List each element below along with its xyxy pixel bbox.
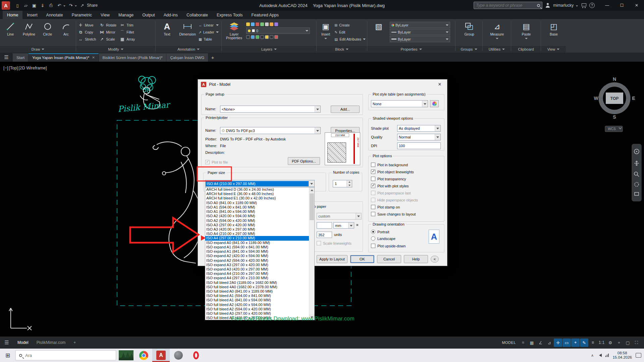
scale-numerator-field[interactable] <box>317 222 332 229</box>
snap-mode-icon[interactable]: ▦ <box>528 339 536 347</box>
upside-down-row[interactable]: Plot upside-down <box>371 242 406 249</box>
compass-west[interactable]: W <box>594 96 598 101</box>
ribbon-tab-view[interactable]: View <box>96 11 114 19</box>
paper-size-option[interactable]: ISO A0 (841.00 x 1189.00 MM) <box>205 201 314 205</box>
paper-size-option[interactable]: ISO A1 (841.00 x 594.00 MM) <box>205 209 314 214</box>
edit-plot-style-button[interactable] <box>430 100 439 107</box>
scale-tool[interactable]: ↗Scale <box>99 36 116 43</box>
plot-option-save-changes-to-layout[interactable]: Save changes to layout <box>371 210 442 218</box>
landscape-radio-row[interactable]: Landscape <box>371 235 395 242</box>
plot-option-plot-stamp-on[interactable]: Plot stamp on <box>371 203 442 210</box>
clean-screen-icon[interactable]: ⛶ <box>632 339 641 347</box>
layer-state-icon[interactable] <box>260 22 264 26</box>
paper-size-option[interactable]: ISO expand A1 (594.00 x 841.00 MM) <box>205 245 314 249</box>
paper-size-option[interactable]: ISO expand A2 (420.00 x 594.00 MM) <box>205 254 314 258</box>
paper-size-option[interactable]: ISO full bleed 2A0 (1189.00 x 1682.00 MM… <box>205 281 314 285</box>
volume-icon[interactable] <box>597 354 602 357</box>
help-search-input[interactable] <box>476 3 535 8</box>
layer-select-combo[interactable]: 0 <box>246 27 310 34</box>
paper-size-option[interactable]: ISO expand A1 (841.00 x 594.00 MM) <box>205 249 314 254</box>
grid-icon[interactable]: ⌗ <box>519 339 527 347</box>
username[interactable]: mimarlucky <box>553 3 574 8</box>
file-tab[interactable]: Start <box>13 53 28 62</box>
match-properties-tool[interactable]: ▧ <box>369 20 388 32</box>
model-space-indicator[interactable]: MODEL <box>502 341 516 345</box>
paper-size-option[interactable]: ISO A2 (420.00 x 594.00 MM) <box>205 214 314 218</box>
panel-label-properties[interactable]: Properties <box>367 46 455 53</box>
paper-size-option[interactable]: ISO full bleed A1 (594.00 x 841.00 MM) <box>205 294 314 298</box>
insert-block-tool[interactable]: ▣ Insert <box>319 20 333 41</box>
ok-button[interactable]: OK <box>350 255 374 263</box>
measure-tool[interactable]: ⊿ Measure <box>488 20 506 41</box>
isodraft-icon[interactable]: ⊿ <box>545 339 553 347</box>
paper-size-option[interactable]: ISO A3 (297.00 x 420.00 MM) <box>205 223 314 227</box>
viewport-style-control[interactable]: [2D Wireframe] <box>18 66 47 70</box>
copies-spinner[interactable]: 1 <box>333 180 352 187</box>
help-icon[interactable]: ? <box>589 3 595 8</box>
redo-icon[interactable]: ↷ <box>67 1 74 9</box>
paper-size-option[interactable]: ISO full bleed A2 (594.00 x 420.00 MM) <box>205 307 314 311</box>
layout-tab[interactable]: PislikMimar.com <box>33 337 70 349</box>
panel-label-draw[interactable]: Draw <box>0 46 76 53</box>
ribbon-tab-collaborate[interactable]: Collaborate <box>182 11 212 19</box>
ribbon-tab-express-tools[interactable]: Express Tools <box>212 11 247 19</box>
paper-size-option[interactable]: ISO full bleed 4A0 (1682.00 x 2378.00 MM… <box>205 285 314 289</box>
dynamic-input-icon[interactable]: ✎ <box>580 339 588 347</box>
polar-tracking-icon[interactable]: ∠ <box>536 339 545 347</box>
help-button[interactable]: Help <box>404 255 428 263</box>
dialog-close-icon[interactable]: ✕ <box>435 82 444 87</box>
paper-size-option[interactable]: ISO expand A0 (841.00 x 1189.00 MM) <box>205 241 314 245</box>
panel-label-modify[interactable]: Modify <box>76 46 155 53</box>
panel-label-layers[interactable]: Layers <box>222 46 316 53</box>
paper-size-option[interactable]: ISO A4 (297.00 x 210.00 MM) <box>205 236 314 240</box>
paper-size-option[interactable]: ISO full bleed A2 (420.00 x 594.00 MM) <box>205 303 314 307</box>
layer-tool-icon[interactable] <box>265 35 269 39</box>
app-store-cart-icon[interactable] <box>582 3 586 6</box>
app-menu-button[interactable]: A <box>2 1 10 10</box>
compass-north[interactable]: N <box>613 76 616 82</box>
paper-size-option[interactable]: ARCH full bleed D (36.00 x 24.00 Inches) <box>205 187 314 192</box>
group-tool[interactable]: Group <box>460 20 479 36</box>
layer-state-icon[interactable] <box>274 22 278 26</box>
page-setup-name-combo[interactable]: <None> <box>220 106 321 113</box>
layer-properties-tool[interactable]: Layer Properties <box>224 20 245 40</box>
wcs-selector[interactable]: WCS <box>605 126 623 132</box>
array-tool[interactable]: ▦Array <box>120 36 135 43</box>
dropdown-scrollbar[interactable] <box>309 187 314 320</box>
viewport-view-control[interactable]: [Top] <box>9 66 18 70</box>
mirror-tool[interactable]: ⋈Mirror <box>99 29 116 36</box>
printer-name-combo[interactable]: ⎙ DWG To PDF.pc3 <box>220 127 321 134</box>
close-tab-icon[interactable]: ✕ <box>92 56 95 59</box>
file-tab[interactable]: Yoga Yapan İnsan (Pislik Mimar)*✕ <box>29 53 98 62</box>
panel-label-utilities[interactable]: Utilities <box>483 46 511 53</box>
add-page-setup-button[interactable]: Add... <box>331 106 360 113</box>
paper-size-option[interactable]: ISO A4 (210.00 x 297.00 MM) <box>205 232 314 236</box>
paper-size-option[interactable]: ISO expand A4 (210.00 x 297.00 MM) <box>205 272 314 276</box>
dialog-titlebar[interactable]: A Plot - Model ✕ <box>198 79 447 89</box>
ribbon-tab-home[interactable]: Home <box>3 11 22 19</box>
pdf-options-button[interactable]: PDF Options... <box>288 157 320 165</box>
status-menu-icon[interactable]: ☰ <box>0 337 13 349</box>
open-file-icon[interactable]: ▱ <box>22 1 30 9</box>
layer-state-icon[interactable] <box>270 22 273 26</box>
new-file-icon[interactable]: ▯ <box>14 1 21 9</box>
taskbar-search-input[interactable] <box>25 353 112 358</box>
paper-size-option[interactable]: ARCH full bleed E (36.00 x 48.00 Inches) <box>205 192 314 196</box>
paper-size-combo[interactable]: ISO A4 (210.00 x 297.00 MM) <box>205 180 315 187</box>
cancel-button[interactable]: Cancel <box>377 255 401 263</box>
panel-label-annotation[interactable]: Annotation <box>156 46 221 53</box>
plot-option-plot-object-lineweights[interactable]: Plot object lineweights <box>371 168 442 175</box>
search-icon[interactable] <box>537 4 540 7</box>
navigation-bar[interactable] <box>632 144 641 201</box>
file-tab[interactable]: Çalışan İnsan DWG <box>166 53 208 62</box>
arc-tool[interactable]: Arc <box>58 20 74 36</box>
paste-tool[interactable]: ▤ Paste <box>517 20 536 41</box>
edit-block-tool[interactable]: ✎Edit <box>334 29 366 35</box>
circle-tool[interactable]: Circle <box>39 20 56 36</box>
polyline-tool[interactable]: Polyline <box>20 20 37 36</box>
scrollbar-thumb[interactable] <box>310 193 314 220</box>
linear-tool[interactable]: ↔Linear <box>199 22 219 28</box>
chevron-down-icon[interactable] <box>576 5 578 8</box>
paper-size-option[interactable]: ISO A3 (420.00 x 297.00 MM) <box>205 227 314 232</box>
isolate-icon[interactable]: ▢ <box>624 339 632 347</box>
